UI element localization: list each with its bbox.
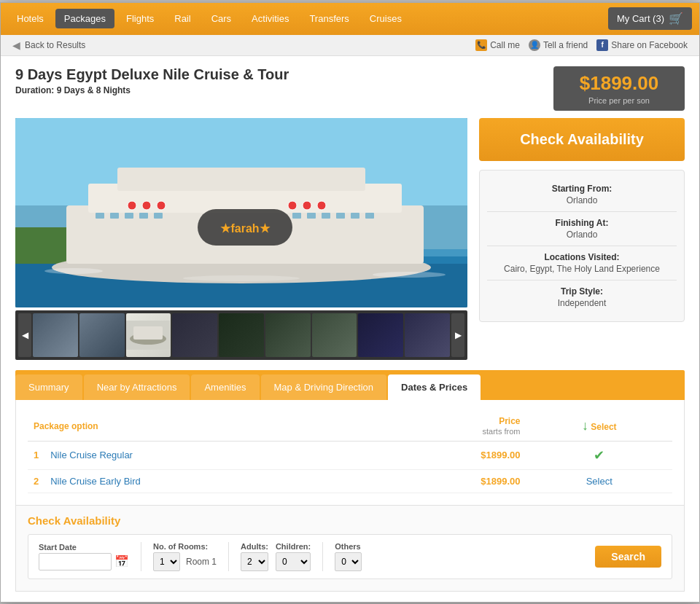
thumbnail-9[interactable] [405,313,450,357]
thumbnail-2[interactable] [79,313,125,357]
page-title: 9 Days Egypt Deluxe Nile Cruise & Tour [15,66,289,83]
children-group: Children: 0 1 2 3 [276,542,311,571]
children-select[interactable]: 0 1 2 3 [276,552,311,571]
svg-rect-11 [125,213,133,219]
trip-style-label: Trip Style: [487,286,677,297]
avail-title: Check Availability [28,514,672,527]
nav-hotels[interactable]: Hotels [8,9,52,28]
package-price-2: $1899.00 [365,469,526,493]
tab-summary[interactable]: Summary [15,374,82,400]
start-date-input[interactable] [39,553,112,570]
nav-cruises[interactable]: Cruises [361,9,411,28]
divider-1 [141,542,141,571]
cart-button[interactable]: My Cart (3) 🛒 [608,7,692,30]
trip-style-value: Independent [487,298,677,308]
call-icon: 📞 [475,39,487,51]
svg-point-28 [44,268,103,274]
facebook-label: Share on Facebook [611,40,688,50]
tell-friend-link[interactable]: 👤 Tell a friend [529,39,588,51]
others-select[interactable]: 0 1 2 3 [335,552,362,571]
select-link[interactable]: Select [586,476,612,487]
nav-packages[interactable]: Packages [55,9,114,28]
svg-point-26 [303,201,311,210]
svg-point-22 [128,201,136,210]
content-row: ★farah★ ◀ [15,118,685,360]
date-input-wrap: 📅 [39,553,129,570]
thumbnail-1[interactable] [33,313,78,357]
thumbnail-8[interactable] [358,313,403,357]
locations-value: Cairo, Egypt, The Holy Land Experience [487,264,677,274]
search-button[interactable]: Search [595,546,661,568]
price-col-header: Price starts from [365,412,526,442]
locations-label: Locations Visited: [487,252,677,262]
locations-row: Locations Visited: Cairo, Egypt, The Hol… [487,246,677,281]
thumb-prev-button[interactable]: ◀ [18,313,31,357]
finishing-at-value: Orlando [487,230,677,240]
svg-rect-8 [117,168,365,191]
others-label: Others [335,542,362,551]
start-date-group: Start Date 📅 [39,543,129,570]
thumbnail-6[interactable] [265,313,311,357]
nav-flights[interactable]: Flights [117,9,163,28]
sidebar: Check Availability Starting From: Orland… [479,118,685,360]
tab-amenities[interactable]: Amenities [191,374,259,400]
thumbnail-7[interactable] [312,313,357,357]
call-me-link[interactable]: 📞 Call me [475,39,520,51]
call-label: Call me [490,40,520,50]
nav-rail[interactable]: Rail [166,9,199,28]
availability-section: Check Availability Start Date 📅 No. of R… [15,506,685,592]
thumbnail-3[interactable] [126,313,171,357]
svg-rect-33 [133,326,163,340]
svg-rect-17 [336,213,345,219]
divider-2 [228,542,229,571]
select-col-header: ↓ Select [526,412,672,442]
others-group: Others 0 1 2 3 [335,542,362,571]
svg-text:★farah★: ★farah★ [220,222,270,235]
package-name-2[interactable]: Nile Cruise Early Bird [44,469,365,493]
package-select-2[interactable]: Select [526,469,672,493]
facebook-icon: f [596,39,608,51]
calendar-icon[interactable]: 📅 [114,554,129,568]
starting-from-label: Starting From: [487,184,677,194]
divider-3 [322,542,323,571]
top-nav: Hotels Packages Flights Rail Cars Activi… [1,3,699,35]
main-image: ★farah★ [15,118,467,307]
package-select-1[interactable]: ✔ [526,441,672,469]
thumbnail-5[interactable] [219,313,264,357]
tabs-bar: Summary Near by Attractions Amenities Ma… [15,370,685,400]
thumbnail-4[interactable] [172,313,217,357]
check-availability-button[interactable]: Check Availability [479,118,685,161]
finishing-at-label: Finishing At: [487,218,677,228]
svg-rect-13 [154,213,163,219]
adults-select[interactable]: 1 2 3 4 [241,552,268,571]
tab-map-driving[interactable]: Map & Driving Direction [261,374,387,400]
svg-rect-10 [110,213,119,219]
trip-style-row: Trip Style: Independent [487,281,677,314]
thumb-next-button[interactable]: ▶ [451,313,464,357]
rooms-group: No. of Rooms: 1 2 3 4 Room 1 [153,542,217,571]
thumbnails-bar: ◀ ▶ [15,310,467,360]
rooms-label: No. of Rooms: [153,542,217,551]
package-num-2: 2 [28,469,44,493]
svg-rect-9 [96,213,104,219]
image-section: ★farah★ ◀ [15,118,467,360]
svg-rect-18 [351,213,359,219]
svg-point-25 [288,201,297,210]
rooms-select[interactable]: 1 2 3 4 [153,552,180,571]
title-section: 9 Days Egypt Deluxe Nile Cruise & Tour D… [15,66,289,95]
adults-label: Adults: [241,542,268,551]
social-links: 📞 Call me 👤 Tell a friend f Share on Fac… [475,39,688,51]
package-row-2: 2 Nile Cruise Early Bird $1899.00 Select [28,469,672,493]
back-to-results[interactable]: ◀ Back to Results [12,39,85,51]
nav-transfers[interactable]: Transfers [300,9,357,28]
tab-near-attractions[interactable]: Near by Attractions [84,374,190,400]
svg-point-24 [157,201,166,210]
nav-activities[interactable]: Activities [243,9,298,28]
package-table: Package option Price starts from ↓ Selec… [28,412,672,493]
tab-dates-prices[interactable]: Dates & Prices [388,374,481,400]
duration-label: Duration: [15,85,54,95]
package-name-1[interactable]: Nile Cruise Regular [44,441,365,469]
facebook-share-link[interactable]: f Share on Facebook [596,39,688,51]
ship-illustration: ★farah★ [15,118,467,307]
nav-cars[interactable]: Cars [203,9,240,28]
